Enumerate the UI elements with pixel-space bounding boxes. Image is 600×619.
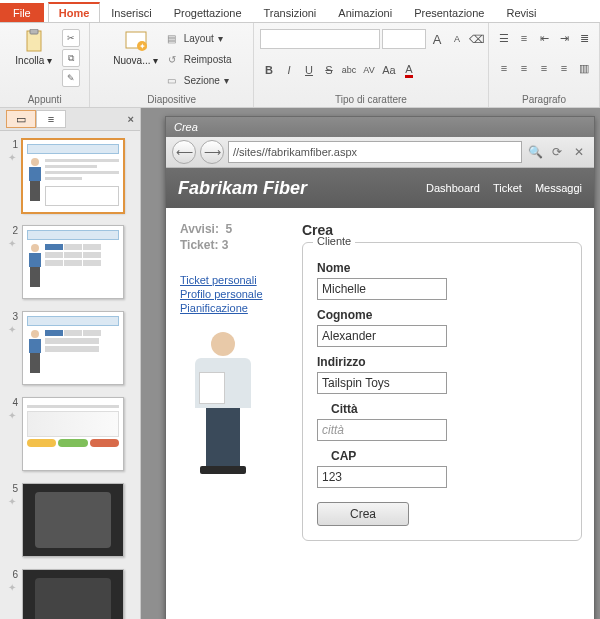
slide-thumb-3[interactable] (22, 311, 124, 385)
font-size-combo[interactable] (382, 29, 426, 49)
format-painter-button[interactable]: ✎ (62, 69, 80, 87)
shrink-font-button[interactable]: A (448, 30, 466, 48)
create-button[interactable]: Crea (317, 502, 409, 526)
surname-input[interactable]: Alexander (317, 325, 447, 347)
slide-number: 3 (8, 311, 18, 322)
paste-label: Incolla (15, 55, 44, 66)
refresh-button[interactable]: ⟳ (548, 143, 566, 161)
svg-rect-1 (30, 29, 38, 34)
tab-transitions[interactable]: Transizioni (253, 3, 328, 22)
surname-label: Cognome (317, 308, 567, 322)
site-nav: Dashboard Ticket Messaggi (416, 182, 582, 194)
columns-button[interactable]: ▥ (575, 59, 593, 77)
reset-button[interactable]: ↺Reimposta (164, 50, 232, 68)
animation-indicator-icon: ✦ (8, 410, 18, 421)
clipboard-icon (22, 29, 46, 53)
underline-button[interactable]: U (300, 61, 318, 79)
outdent-button[interactable]: ⇤ (535, 29, 553, 47)
font-family-combo[interactable] (260, 29, 380, 49)
link-personal-profile[interactable]: Profilo personale (180, 288, 288, 300)
line-spacing-button[interactable]: ≣ (575, 29, 593, 47)
nav-dashboard[interactable]: Dashboard (426, 182, 480, 194)
name-input[interactable]: Michelle (317, 278, 447, 300)
animation-indicator-icon: ✦ (8, 238, 18, 249)
name-label: Nome (317, 261, 567, 275)
slide-number: 4 (8, 397, 18, 408)
site-brand: Fabrikam Fiber (178, 178, 307, 199)
layout-button[interactable]: ▤Layout ▾ (164, 29, 232, 47)
address-input[interactable]: Tailspin Toys (317, 372, 447, 394)
stop-button[interactable]: ✕ (570, 143, 588, 161)
char-spacing-button[interactable]: AV (360, 61, 378, 79)
back-button[interactable]: ⟵ (172, 140, 196, 164)
address-bar[interactable]: //sites//fabrikamfiber.aspx (228, 141, 522, 163)
strike-button[interactable]: S (320, 61, 338, 79)
slides-view-tab[interactable]: ▭ (6, 110, 36, 128)
group-slides-label: Diapositive (96, 94, 247, 107)
link-planning[interactable]: Pianificazione (180, 302, 288, 314)
tab-file[interactable]: File (0, 3, 44, 22)
slide-thumb-5[interactable] (22, 483, 124, 557)
tickets-value: 3 (222, 238, 229, 252)
change-case-button[interactable]: Aa (380, 61, 398, 79)
bullets-button[interactable]: ☰ (495, 29, 513, 47)
svg-text:✦: ✦ (138, 42, 145, 51)
fieldset-legend: Cliente (313, 235, 355, 247)
nav-messages[interactable]: Messaggi (535, 182, 582, 194)
address-label: Indirizzo (317, 355, 567, 369)
tab-insert[interactable]: Inserisci (100, 3, 162, 22)
link-personal-tickets[interactable]: Ticket personali (180, 274, 288, 286)
city-label: Città (331, 402, 567, 416)
shadow-button[interactable]: abc (340, 61, 358, 79)
group-paragraph-label: Paragrafo (495, 94, 593, 107)
tab-home[interactable]: Home (48, 2, 101, 22)
client-fieldset: Cliente Nome Michelle Cognome Alexander … (302, 242, 582, 541)
align-right-button[interactable]: ≡ (535, 59, 553, 77)
browser-title: Crea (166, 117, 594, 137)
alerts-label: Avvisi: (180, 222, 219, 236)
slide-thumb-4[interactable] (22, 397, 124, 471)
tab-review[interactable]: Revisi (495, 3, 547, 22)
numbering-button[interactable]: ≡ (515, 29, 533, 47)
group-font-label: Tipo di carattere (260, 94, 482, 107)
italic-button[interactable]: I (280, 61, 298, 79)
slide-thumb-6[interactable] (22, 569, 124, 619)
reset-icon: ↺ (164, 51, 180, 67)
grow-font-button[interactable]: A (428, 30, 446, 48)
clear-format-button[interactable]: ⌫ (468, 30, 486, 48)
new-slide-icon: ✦ (124, 29, 148, 53)
tab-design[interactable]: Progettazione (163, 3, 253, 22)
search-icon[interactable]: 🔍 (526, 143, 544, 161)
zip-label: CAP (331, 449, 567, 463)
copy-button[interactable]: ⧉ (62, 49, 80, 67)
tab-slideshow[interactable]: Presentazione (403, 3, 495, 22)
justify-button[interactable]: ≡ (555, 59, 573, 77)
employee-photo (180, 332, 266, 472)
indent-button[interactable]: ⇥ (555, 29, 573, 47)
new-slide-button[interactable]: ✦ Nuova... ▾ (112, 25, 160, 66)
city-input[interactable]: città (317, 419, 447, 441)
forward-button[interactable]: ⟶ (200, 140, 224, 164)
nav-ticket[interactable]: Ticket (493, 182, 522, 194)
tickets-label: Ticket: (180, 238, 218, 252)
tab-animations[interactable]: Animazioni (327, 3, 403, 22)
font-color-button[interactable]: A (400, 61, 418, 79)
close-panel-button[interactable]: × (128, 113, 134, 125)
cut-button[interactable]: ✂ (62, 29, 80, 47)
slide-editor: Crea ⟵ ⟶ //sites//fabrikamfiber.aspx 🔍 ⟳… (141, 108, 600, 619)
zip-input[interactable]: 123 (317, 466, 447, 488)
slide-thumb-2[interactable] (22, 225, 124, 299)
alerts-value: 5 (226, 222, 233, 236)
embedded-browser: Crea ⟵ ⟶ //sites//fabrikamfiber.aspx 🔍 ⟳… (165, 116, 595, 619)
paste-button[interactable]: Incolla ▾ (10, 25, 58, 66)
section-button[interactable]: ▭Sezione ▾ (164, 71, 232, 89)
bold-button[interactable]: B (260, 61, 278, 79)
slide-number: 1 (8, 139, 18, 150)
group-clipboard-label: Appunti (6, 94, 83, 107)
outline-view-tab[interactable]: ≡ (36, 110, 66, 128)
slide-panel: ▭ ≡ × 1✦ 2✦ 3✦ 4✦ 5✦ 6✦ (0, 108, 141, 619)
align-center-button[interactable]: ≡ (515, 59, 533, 77)
align-left-button[interactable]: ≡ (495, 59, 513, 77)
slide-thumb-1[interactable] (22, 139, 124, 213)
animation-indicator-icon: ✦ (8, 324, 18, 335)
